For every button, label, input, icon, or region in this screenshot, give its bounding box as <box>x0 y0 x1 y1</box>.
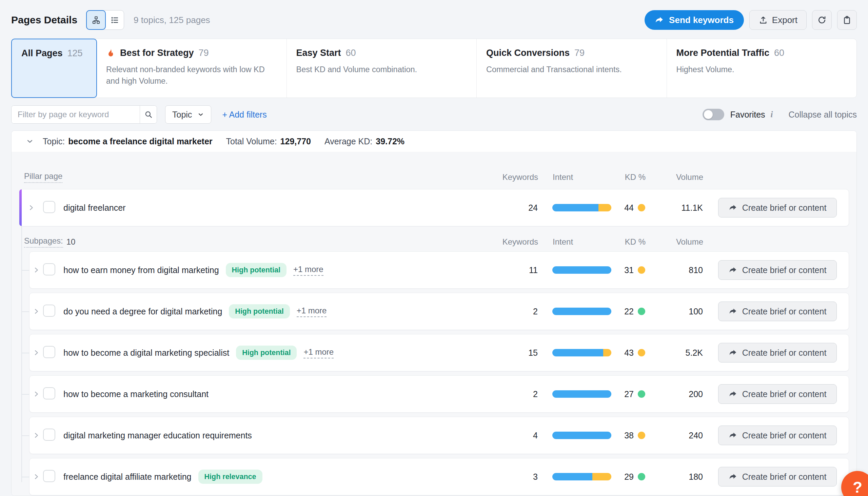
table-row: freelance digital affiliate marketing Hi… <box>19 458 849 495</box>
tab-label: More Potential Traffic <box>676 48 770 58</box>
kd-difficulty-dot <box>638 204 645 212</box>
topic-filter-dropdown[interactable]: Topic <box>165 105 211 124</box>
page-keyword-label: freelance digital affiliate marketing <box>63 472 192 482</box>
export-button[interactable]: Export <box>749 10 807 30</box>
expand-row-button[interactable] <box>28 204 35 212</box>
filter-bar: Topic + Add filters Favorites i Collapse… <box>11 105 857 124</box>
volume-value: 810 <box>645 265 703 275</box>
create-brief-button[interactable]: Create brief or content <box>718 384 837 404</box>
kd-value: 44 <box>624 203 634 213</box>
row-checkbox[interactable] <box>43 346 55 358</box>
refresh-button[interactable] <box>812 10 832 30</box>
pillar-row: digital freelancer 24 44 11.1K Create br… <box>19 189 849 226</box>
search-button[interactable] <box>140 106 156 123</box>
volume-value: 180 <box>645 472 703 482</box>
subpages-list: how to earn money from digital marketing… <box>19 251 849 495</box>
favorites-label: Favorites <box>730 110 765 120</box>
expand-row-button[interactable] <box>32 349 40 356</box>
search-input[interactable] <box>12 106 140 123</box>
strategy-tabs: All Pages 125 Best for Strategy 79 Relev… <box>11 38 857 98</box>
tree-view-button[interactable] <box>86 10 106 30</box>
tab-quick-conversions[interactable]: Quick Conversions 79 Commercial and Tran… <box>476 39 667 97</box>
forward-arrow-icon <box>729 348 737 357</box>
relevance-badge: High potential <box>236 345 297 360</box>
volume-value: 200 <box>645 389 703 399</box>
list-icon <box>110 16 119 25</box>
create-brief-button[interactable]: Create brief or content <box>718 198 837 217</box>
more-badges-link[interactable]: +1 more <box>293 265 324 276</box>
total-volume-value: 129,770 <box>280 137 311 146</box>
expand-row-button[interactable] <box>32 266 40 274</box>
intent-bar <box>552 308 611 315</box>
kd-difficulty-dot <box>638 473 645 480</box>
forward-arrow-icon <box>729 266 737 275</box>
tab-more-potential-traffic[interactable]: More Potential Traffic 60 Highest Volume… <box>667 39 857 97</box>
favorites-toggle[interactable] <box>703 109 724 120</box>
send-keywords-button[interactable]: Send keywords <box>645 10 744 30</box>
create-brief-button[interactable]: Create brief or content <box>718 467 837 486</box>
create-brief-button[interactable]: Create brief or content <box>718 343 837 362</box>
relevance-badge: High potential <box>229 304 289 319</box>
row-checkbox[interactable] <box>43 263 55 276</box>
expand-row-button[interactable] <box>32 308 40 315</box>
create-brief-button[interactable]: Create brief or content <box>718 260 837 280</box>
column-header-volume: Volume <box>646 172 703 182</box>
info-icon[interactable]: i <box>771 110 773 119</box>
tab-count: 60 <box>774 48 784 58</box>
row-checkbox[interactable] <box>43 429 55 441</box>
kd-difficulty-dot <box>638 390 645 398</box>
kd-value: 22 <box>624 307 634 316</box>
tab-best-for-strategy[interactable]: Best for Strategy 79 Relevant non-brande… <box>96 39 286 97</box>
row-checkbox[interactable] <box>43 387 55 400</box>
kd-difficulty-dot <box>638 308 645 315</box>
collapse-all-topics-link[interactable]: Collapse all topics <box>789 110 857 120</box>
chevron-down-icon <box>197 111 204 118</box>
column-header-volume: Volume <box>646 237 703 247</box>
intent-bar <box>552 390 611 398</box>
keywords-count: 2 <box>483 389 538 399</box>
forward-arrow-icon <box>729 390 737 399</box>
sitemap-icon <box>92 16 101 25</box>
view-mode-toggle <box>86 10 124 30</box>
collapse-topic-chevron[interactable] <box>26 137 34 145</box>
header-actions: Send keywords Export <box>645 10 857 30</box>
expand-row-button[interactable] <box>32 390 40 398</box>
add-filters-link[interactable]: + Add filters <box>222 110 267 120</box>
row-checkbox[interactable] <box>43 470 55 482</box>
clipboard-button[interactable] <box>837 10 857 30</box>
more-badges-link[interactable]: +1 more <box>303 347 334 358</box>
create-brief-button[interactable]: Create brief or content <box>718 425 837 445</box>
expand-row-button[interactable] <box>32 432 40 439</box>
row-checkbox[interactable] <box>43 305 55 317</box>
keywords-count: 3 <box>483 472 538 482</box>
tab-description: Relevant non-branded keywords with low K… <box>106 64 276 87</box>
export-icon <box>759 15 768 25</box>
pages-table: Pillar page Keywords Intent KD % Volume … <box>12 152 856 496</box>
keywords-count: 2 <box>483 307 538 316</box>
table-row: how to become a digital marketing specia… <box>19 334 849 371</box>
row-checkbox[interactable] <box>43 201 55 213</box>
tab-label: Best for Strategy <box>120 48 194 58</box>
column-header-intent: Intent <box>553 172 612 182</box>
create-brief-button[interactable]: Create brief or content <box>718 301 837 321</box>
tab-count: 60 <box>346 48 356 58</box>
table-row: digital marketing manager education requ… <box>19 417 849 454</box>
list-view-button[interactable] <box>105 11 124 30</box>
expand-row-button[interactable] <box>32 473 40 480</box>
intent-bar <box>552 473 611 480</box>
subpages-label: Subpages: <box>24 236 63 248</box>
tab-description: Highest Volume. <box>676 64 846 75</box>
intent-bar <box>552 266 611 274</box>
topics-pages-summary: 9 topics, 125 pages <box>134 15 210 26</box>
table-row: do you need a degree for digital marketi… <box>19 293 849 330</box>
keywords-count: 4 <box>483 431 538 440</box>
tab-easy-start[interactable]: Easy Start 60 Best KD and Volume combina… <box>286 39 477 97</box>
kd-value: 38 <box>624 431 634 440</box>
kd-difficulty-dot <box>638 266 645 274</box>
pillar-page-label: Pillar page <box>24 171 62 183</box>
more-badges-link[interactable]: +1 more <box>297 306 327 317</box>
tab-all-pages[interactable]: All Pages 125 <box>11 38 97 98</box>
forward-arrow-icon <box>655 15 664 25</box>
kd-value: 43 <box>624 348 634 358</box>
subpages-count: 10 <box>66 237 76 247</box>
